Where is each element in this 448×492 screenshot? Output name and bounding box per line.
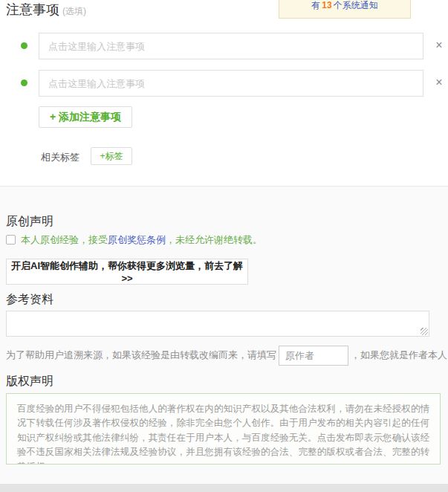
copyright-notice-box: 百度经验的用户不得侵犯包括他人的著作权在内的知识产权以及其他合法权利，请勿在未经… [6,393,441,465]
copyright-notice-text: 百度经验的用户不得侵犯包括他人的著作权在内的知识产权以及其他合法权利，请勿在未经… [17,402,429,465]
original-text-before: 本人原创经验，接受 [21,234,108,245]
ai-assist-button[interactable]: 开启AI智能创作辅助，帮你获得更多浏览量，前去了解>> [6,259,248,285]
notes-title-optional-hint: (选填) [62,6,86,16]
reference-textarea[interactable] [6,311,429,337]
original-checkbox[interactable] [6,235,16,245]
original-author-input[interactable] [279,346,348,366]
experience-editor-page: 注意事项(选填) 有13个系统通知 × × + 添加注意事项 相关标签 +标签 … [0,0,448,492]
reward-rules-link[interactable]: 原创奖惩条例 [108,234,166,245]
reference-title: 参考资料 [6,292,53,308]
notification-suffix: 个系统通知 [334,0,378,10]
tags-row: 相关标签 +标签 [0,147,448,166]
system-notification-banner[interactable]: 有13个系统通知 [279,0,411,19]
tags-label: 相关标签 [41,151,79,164]
source-attribution-row: 为了帮助用户追溯来源，如果该经验是由转载改编而来，请填写，如果您就是作者本人，则… [6,345,448,366]
notes-title-text: 注意事项 [6,2,59,17]
original-statement-row: 本人原创经验，接受原创奖惩条例，未经允许谢绝转载。 [6,234,262,246]
notes-section: 注意事项(选填) 有13个系统通知 × × + 添加注意事项 相关标签 +标签 [0,0,448,186]
bullet-icon [21,80,27,86]
source-text-after: ，如果您就是作者本人，则不用填写。 [351,345,448,366]
note-item-row: × [0,33,448,59]
footer-bar [0,484,448,492]
remove-note-icon[interactable]: × [432,76,446,89]
add-note-button[interactable]: + 添加注意事项 [39,106,132,128]
notification-prefix: 有 [311,0,320,10]
note-item-row: × [0,70,448,97]
note-input-1[interactable] [39,33,423,59]
notes-section-title: 注意事项(选填) [6,1,86,19]
original-statement-title: 原创声明 [6,214,53,230]
original-text-after: ，未经允许谢绝转载。 [166,234,262,245]
declarations-section: 原创声明 本人原创经验，接受原创奖惩条例，未经允许谢绝转载。 开启AI智能创作辅… [0,186,448,484]
source-text-before: 为了帮助用户追溯来源，如果该经验是由转载改编而来，请填写 [6,345,276,366]
note-input-2[interactable] [39,70,423,97]
copyright-title: 版权声明 [6,374,53,389]
add-tag-button[interactable]: +标签 [91,147,132,165]
bullet-icon [21,42,27,49]
notification-count: 13 [322,0,331,10]
remove-note-icon[interactable]: × [432,39,446,52]
